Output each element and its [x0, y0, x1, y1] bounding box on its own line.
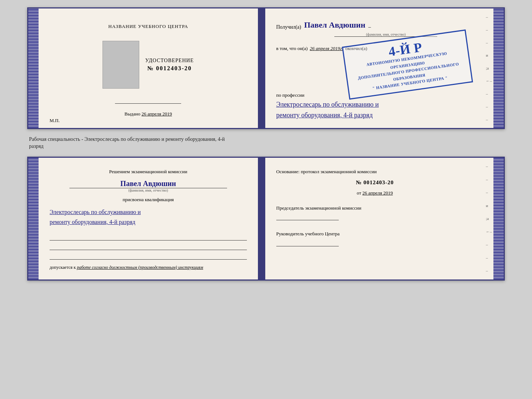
center-spine [259, 8, 265, 128]
right-spine-marks: – – – и ;а ←– – – – [485, 8, 494, 128]
doc-number: № 0012403-20 [147, 65, 192, 71]
poluchil-line: Получил(а) Павел Авдюшин – [276, 19, 474, 31]
fio-handwritten: Павел Авдюшин [50, 179, 247, 188]
mp-label: М.П. [50, 118, 60, 124]
poluchil-label: Получил(а) [276, 24, 301, 31]
ot-date: от 26 апреля 2019 [276, 190, 474, 196]
between-text-line1: Рабочая специальность - Электрослесарь п… [29, 136, 503, 143]
spine-left-decoration [28, 8, 39, 128]
bottom-doc-left-panel: Решением экзаменационной комиссии Павел … [39, 158, 259, 279]
dopuskaetsya-prefix: допускается к [50, 265, 76, 270]
prisvoena-label: присвоена квалификация [50, 197, 247, 203]
bottom-doc-right-panel: Основание: протокол экзаменационной коми… [265, 158, 485, 279]
rukovoditel-sig-line [276, 239, 339, 246]
stamp-overlay: 4-й р АВТОНОМНУЮ НЕКОММЕРЧЕСКУЮ ОРГАНИЗА… [342, 29, 473, 99]
predsedatel-sig-line [276, 213, 339, 220]
qual-line2: ремонту оборудования, 4-й разряд [50, 217, 247, 227]
bottom-right-marks: – – – и ;а ←– – – – [485, 158, 494, 279]
signature-lines-block [50, 233, 247, 260]
top-document: НАЗВАНИЕ УЧЕБНОГО ЦЕНТРА УДОСТОВЕРЕНИЕ №… [27, 7, 505, 129]
dopuskaetsya-block: допускается к работе согласно должностны… [50, 264, 247, 271]
sig-line-1 [50, 233, 247, 241]
top-doc-left-panel: НАЗВАНИЕ УЧЕБНОГО ЦЕНТРА УДОСТОВЕРЕНИЕ №… [39, 8, 259, 128]
issue-date: 26 апреля 2019г. [310, 45, 343, 53]
predsedatel-label: Председатель экзаменационной комиссии [276, 205, 474, 211]
bottom-document: Решением экзаменационной комиссии Павел … [27, 157, 505, 281]
recipient-name: Павел Авдюшин [304, 19, 366, 31]
photo-placeholder [103, 41, 139, 89]
bottom-center-spine [259, 158, 265, 279]
komissia-title: Решением экзаменационной комиссии [50, 168, 247, 175]
fio-subtext: (фамилия, имя, отчество) [50, 188, 247, 192]
predsedatel-block: Председатель экзаменационной комиссии [276, 205, 474, 220]
between-label: Рабочая специальность - Электрослесарь п… [27, 136, 505, 150]
dopuskaetsya-text: работе согласно должностным (производств… [77, 265, 203, 270]
vydano-line: Выдано 26 апреля 2019 [125, 111, 172, 117]
rukovoditel-block: Руководитель учебного Центра [276, 231, 474, 246]
rukovoditel-label: Руководитель учебного Центра [276, 231, 474, 237]
sig-line-3 [50, 252, 247, 260]
profession-handwritten-1: Электрослесарь по обслуживанию и [276, 99, 474, 110]
udostoverenie-label: УДОСТОВЕРЕНИЕ [145, 58, 194, 64]
osnovanie-title: Основание: протокол экзаменационной коми… [276, 168, 474, 175]
document-number-block: УДОСТОВЕРЕНИЕ № 0012403-20 [145, 58, 194, 72]
bottom-spine-right [493, 158, 504, 279]
training-center-title: НАЗВАНИЕ УЧЕБНОГО ЦЕНТРА [108, 23, 188, 30]
qual-line1: Электрослесарь по обслуживанию и [50, 207, 247, 217]
qualification-block: Электрослесарь по обслуживанию и ремонту… [50, 207, 247, 227]
between-text-line2: разряд [29, 143, 503, 150]
top-doc-right-panel: Получил(а) Павел Авдюшин – (фамилия, имя… [265, 8, 485, 128]
profession-handwritten-2: ремонту оборудования, 4-й разряд [276, 110, 474, 121]
bottom-spine-left [28, 158, 39, 279]
sig-line-2 [50, 243, 247, 250]
spine-right-decoration [493, 8, 504, 128]
signature-line-top [115, 103, 181, 104]
protocol-number: № 0012403-20 [276, 179, 474, 186]
fio-block: Павел Авдюшин (фамилия, имя, отчество) [50, 179, 247, 192]
